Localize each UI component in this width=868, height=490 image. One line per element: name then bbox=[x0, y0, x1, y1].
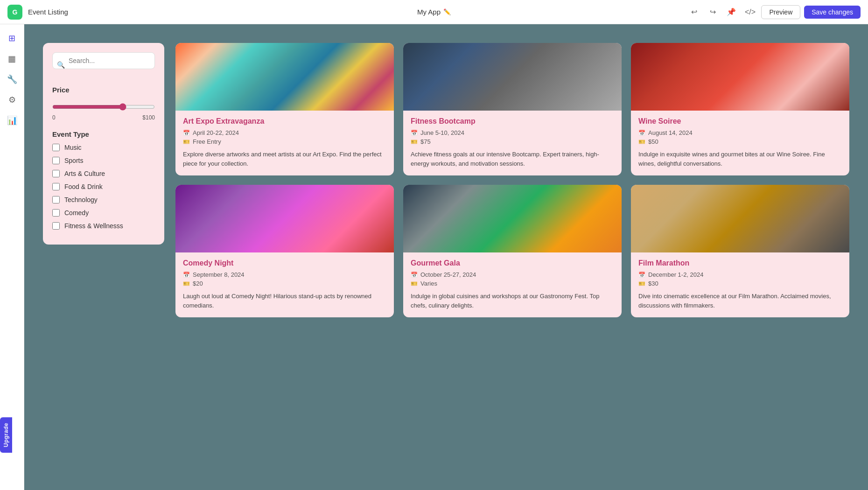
event-price-row: 🎫 $20 bbox=[183, 280, 386, 287]
calendar-icon: 📅 bbox=[411, 130, 418, 136]
event-card-image bbox=[175, 43, 394, 111]
event-type-label: Event Type bbox=[52, 130, 155, 138]
calendar-icon: 📅 bbox=[638, 130, 645, 136]
calendar-icon: 📅 bbox=[638, 272, 645, 278]
pin-button[interactable]: 📌 bbox=[724, 5, 739, 20]
center-title-text: My App bbox=[417, 8, 441, 16]
checkbox-comedy[interactable] bbox=[52, 209, 60, 217]
checkbox-food-&-drink[interactable] bbox=[52, 183, 60, 190]
price-slider[interactable] bbox=[52, 103, 155, 111]
event-description: Indulge in exquisite wines and gourmet b… bbox=[638, 150, 842, 168]
event-date: August 14, 2024 bbox=[648, 129, 693, 136]
topbar-actions: ↩ ↪ 📌 </> Preview Save changes bbox=[686, 5, 861, 20]
event-type-section: Event Type Music Sports Arts & Culture F… bbox=[52, 130, 155, 230]
ticket-icon: 🎫 bbox=[638, 139, 645, 145]
checkbox-technology[interactable] bbox=[52, 196, 60, 203]
price-label: Price bbox=[52, 86, 155, 94]
event-card-body: Comedy Night 📅 September 8, 2024 🎫 $20 L… bbox=[175, 252, 394, 317]
ticket-icon: 🎫 bbox=[183, 139, 190, 145]
event-date: June 5-10, 2024 bbox=[420, 129, 464, 136]
event-card-image bbox=[403, 43, 622, 111]
events-grid: Art Expo Extravaganza 📅 April 20-22, 202… bbox=[175, 43, 849, 471]
event-title: Film Marathon bbox=[638, 259, 842, 267]
price-max: $100 bbox=[142, 114, 155, 121]
event-date-row: 📅 June 5-10, 2024 bbox=[411, 129, 614, 136]
event-description: Explore diverse artworks and meet artist… bbox=[183, 150, 386, 168]
price-min: 0 bbox=[52, 114, 56, 121]
event-title: Art Expo Extravaganza bbox=[183, 117, 386, 126]
ticket-icon: 🎫 bbox=[411, 280, 418, 287]
search-input[interactable] bbox=[52, 52, 155, 69]
ticket-icon: 🎫 bbox=[183, 280, 190, 287]
event-price: $20 bbox=[193, 280, 203, 287]
preview-button[interactable]: Preview bbox=[761, 5, 800, 19]
checkbox-arts-&-culture[interactable] bbox=[52, 170, 60, 177]
checkbox-item[interactable]: Technology bbox=[52, 196, 155, 203]
sidebar-item-tools[interactable]: 🔧 bbox=[4, 71, 21, 88]
checkbox-item[interactable]: Comedy bbox=[52, 209, 155, 217]
upgrade-button[interactable]: Upgrade bbox=[0, 417, 12, 453]
event-price-row: 🎫 $75 bbox=[411, 138, 614, 145]
event-card[interactable]: Film Marathon 📅 December 1-2, 2024 🎫 $30… bbox=[631, 185, 849, 317]
event-card-body: Gourmet Gala 📅 October 25-27, 2024 🎫 Var… bbox=[403, 252, 622, 317]
save-button[interactable]: Save changes bbox=[804, 6, 861, 19]
category-label: Music bbox=[64, 144, 82, 151]
redo-button[interactable]: ↪ bbox=[705, 5, 720, 20]
category-label: Sports bbox=[64, 157, 83, 164]
event-card[interactable]: Gourmet Gala 📅 October 25-27, 2024 🎫 Var… bbox=[403, 185, 622, 317]
event-card-body: Art Expo Extravaganza 📅 April 20-22, 202… bbox=[175, 111, 394, 175]
event-meta: 📅 December 1-2, 2024 🎫 $30 bbox=[638, 271, 842, 287]
event-card-image bbox=[631, 43, 849, 111]
sidebar-item-grid[interactable]: ⊞ bbox=[4, 30, 21, 47]
event-price-row: 🎫 $30 bbox=[638, 280, 842, 287]
checkbox-item[interactable]: Food & Drink bbox=[52, 183, 155, 190]
event-card[interactable]: Fitness Bootcamp 📅 June 5-10, 2024 🎫 $75… bbox=[403, 43, 622, 175]
undo-button[interactable]: ↩ bbox=[686, 5, 701, 20]
event-price-row: 🎫 Free Entry bbox=[183, 138, 386, 145]
event-price: Free Entry bbox=[193, 138, 221, 145]
checkbox-item[interactable]: Arts & Culture bbox=[52, 170, 155, 177]
ticket-icon: 🎫 bbox=[411, 139, 418, 145]
checkbox-music[interactable] bbox=[52, 144, 60, 151]
event-title: Fitness Bootcamp bbox=[411, 117, 614, 126]
edit-icon[interactable]: ✏️ bbox=[443, 8, 451, 15]
event-date-row: 📅 October 25-27, 2024 bbox=[411, 271, 614, 278]
sidebar-item-settings[interactable]: ⚙ bbox=[4, 91, 21, 108]
event-date-row: 📅 April 20-22, 2024 bbox=[183, 129, 386, 136]
event-meta: 📅 August 14, 2024 🎫 $50 bbox=[638, 129, 842, 145]
event-card[interactable]: Wine Soiree 📅 August 14, 2024 🎫 $50 Indu… bbox=[631, 43, 849, 175]
sidebar-item-layout[interactable]: ▦ bbox=[4, 50, 21, 67]
price-range-section: Price 0 $100 bbox=[52, 86, 155, 121]
event-date-row: 📅 December 1-2, 2024 bbox=[638, 271, 842, 278]
event-price: $30 bbox=[648, 280, 658, 287]
checkbox-fitness-&-wellnesss[interactable] bbox=[52, 222, 60, 230]
app-logo: G bbox=[7, 5, 22, 20]
search-wrapper: 🔍 bbox=[52, 52, 155, 77]
checkbox-item[interactable]: Fitness & Wellnesss bbox=[52, 222, 155, 230]
code-button[interactable]: </> bbox=[742, 5, 757, 20]
checkbox-item[interactable]: Music bbox=[52, 144, 155, 151]
event-title: Comedy Night bbox=[183, 259, 386, 267]
sidebar-item-analytics[interactable]: 📊 bbox=[4, 112, 21, 129]
event-title: Gourmet Gala bbox=[411, 259, 614, 267]
content-area: 🔍 Price 0 $100 Event Type Music Sports bbox=[24, 24, 868, 490]
page-title: Event Listing bbox=[28, 8, 68, 16]
event-date: October 25-27, 2024 bbox=[420, 271, 476, 278]
checkbox-sports[interactable] bbox=[52, 157, 60, 164]
event-card-image bbox=[631, 185, 849, 252]
ticket-icon: 🎫 bbox=[638, 280, 645, 287]
price-labels: 0 $100 bbox=[52, 114, 155, 121]
event-meta: 📅 June 5-10, 2024 🎫 $75 bbox=[411, 129, 614, 145]
event-card[interactable]: Art Expo Extravaganza 📅 April 20-22, 202… bbox=[175, 43, 394, 175]
event-card[interactable]: Comedy Night 📅 September 8, 2024 🎫 $20 L… bbox=[175, 185, 394, 317]
event-price-row: 🎫 Varies bbox=[411, 280, 614, 287]
event-card-body: Wine Soiree 📅 August 14, 2024 🎫 $50 Indu… bbox=[631, 111, 849, 175]
event-meta: 📅 September 8, 2024 🎫 $20 bbox=[183, 271, 386, 287]
event-card-image bbox=[175, 185, 394, 252]
categories-list: Music Sports Arts & Culture Food & Drink… bbox=[52, 144, 155, 230]
category-label: Arts & Culture bbox=[64, 170, 105, 177]
app-name-center: My App ✏️ bbox=[417, 8, 451, 16]
event-date: December 1-2, 2024 bbox=[648, 271, 704, 278]
checkbox-item[interactable]: Sports bbox=[52, 157, 155, 164]
category-label: Food & Drink bbox=[64, 183, 103, 190]
